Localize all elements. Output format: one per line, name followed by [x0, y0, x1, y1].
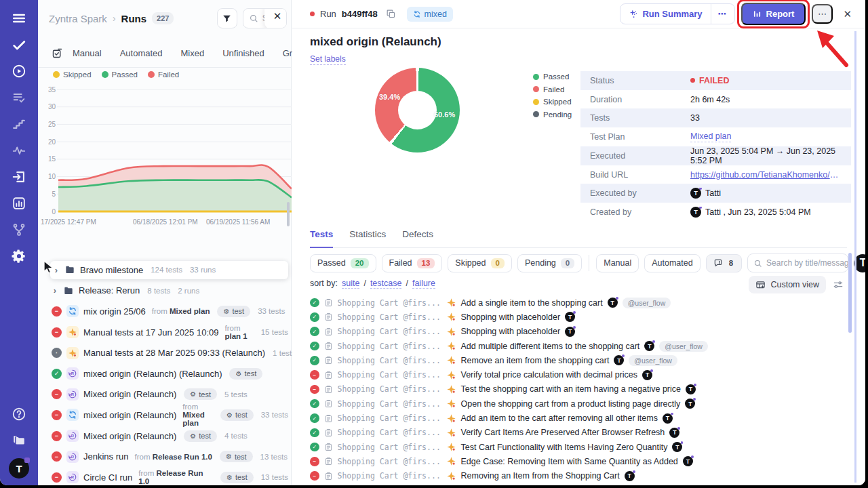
tab-defects[interactable]: Defects [402, 229, 433, 247]
detail-value: TTatti , Jun 23, 2025 5:04 PM [690, 207, 842, 218]
test-title: Add an item to the cart after removing a… [461, 413, 658, 423]
runs-tab-unfinished[interactable]: Unfinished [222, 48, 264, 58]
sidebar-item-signin[interactable] [10, 168, 28, 186]
sidebar-item-gear[interactable] [10, 247, 28, 265]
run-row[interactable]: −RJenkins runfrom Release Run 1.0⚙test13… [52, 446, 288, 467]
test-row[interactable]: ✓Shopping Cart @firs...Test Cart Functio… [310, 440, 853, 454]
sidebar-item-steps[interactable] [10, 115, 28, 133]
custom-view-button[interactable]: Custom view [749, 276, 826, 293]
test-row[interactable]: ✓Shopping Cart @firs...Add a single item… [310, 296, 853, 310]
filter-chip-passed[interactable]: Passed20 [310, 254, 376, 272]
build-url-link[interactable]: https://github.com/TetianaKhomenko/Load-… [690, 170, 842, 180]
filter-chip-skipped[interactable]: Skipped0 [448, 254, 512, 272]
select-runs-icon[interactable] [52, 47, 63, 59]
test-suite-path: Shopping Cart @firs... [338, 384, 441, 394]
close-panel-button[interactable]: ✕ [264, 8, 287, 28]
test-row[interactable]: −Shopping Cart @firs...Test the shopping… [310, 382, 853, 396]
donut-failed-label: 39.4% [379, 93, 400, 101]
legend-label: Passed [112, 70, 138, 79]
test-row[interactable]: ✓Shopping Cart @firs...Add an item to th… [310, 411, 853, 425]
sliders-icon[interactable] [833, 279, 844, 290]
sort-by-suite[interactable]: suite [342, 279, 359, 289]
test-row[interactable]: ✓Shopping Cart @firs...Shopping with pla… [310, 310, 853, 324]
gear-icon: ⚙ [226, 453, 232, 460]
run-type-badge: mixed [407, 7, 453, 22]
report-button[interactable]: Report [741, 3, 806, 25]
run-group-name: Bravo milestone [80, 265, 143, 275]
runs-search-input[interactable]: Search [Cmd + K] ✕ [243, 8, 287, 28]
run-summary-button[interactable]: Run Summary [620, 4, 710, 24]
run-meta: 124 tests [151, 266, 182, 274]
status-failed-icon: − [310, 457, 319, 466]
run-summary-more-button[interactable]: ⋯ [711, 4, 734, 24]
sidebar-item-menu[interactable] [10, 9, 28, 27]
run-group-row[interactable]: ›Bravo milestone124 tests33 runs [50, 261, 288, 279]
run-row[interactable]: −RMixed origin (Relaunch)⚙test4 tests [52, 426, 288, 447]
run-row[interactable]: −RMixed origin (Relaunch)⚙test5 tests [52, 384, 288, 405]
chart-legend: SkippedPassedFailed [53, 70, 179, 79]
filter-chip-failed[interactable]: Failed13 [382, 254, 443, 272]
runs-tab-mixed[interactable]: Mixed [181, 48, 205, 58]
bar-chart-icon [12, 196, 26, 211]
runs-tab-manual[interactable]: Manual [73, 48, 102, 58]
tab-statistics[interactable]: Statistics [349, 229, 386, 247]
sort-by-testcase[interactable]: testcase [370, 279, 402, 289]
more-actions-button[interactable]: ⋯ [812, 4, 833, 24]
sidebar-item-branch[interactable] [10, 221, 28, 239]
set-labels-link[interactable]: Set labels [310, 54, 346, 65]
test-row[interactable]: ✓Shopping Cart @firs...Verify Cart Items… [310, 426, 853, 440]
test-plan-link[interactable]: Mixed plan [690, 131, 731, 142]
test-suite-path: Shopping Cart @firs... [338, 370, 441, 380]
test-suite-path: Shopping Cart @firs... [338, 399, 441, 409]
sort-bar: sort by: suite/testcase/failure [310, 279, 435, 289]
test-row[interactable]: ✓Shopping Cart @firs...Shopping with pla… [310, 325, 853, 339]
tests-search-input[interactable]: Search by title/message [747, 253, 848, 272]
test-row[interactable]: ✓Shopping Cart @firs...Add multiple diff… [310, 339, 853, 353]
sidebar-item-pulse[interactable] [10, 142, 28, 159]
breadcrumb-section[interactable]: Runs [121, 13, 147, 24]
filter-chip-manual[interactable]: Manual [596, 254, 639, 272]
filter-chip-comment[interactable]: 8 [706, 254, 742, 272]
filter-chip-pending[interactable]: Pending0 [517, 254, 582, 272]
copy-icon[interactable] [386, 9, 396, 19]
x-tick-label: 06/19/2025 11:56 AM [206, 218, 270, 226]
sidebar-item-folders[interactable] [10, 432, 28, 449]
manual-test-icon [446, 456, 456, 466]
detail-value: Mixed plan [690, 131, 842, 142]
run-row[interactable]: −mix origin 25/06from Mixed plan⚙test33 … [52, 301, 288, 322]
filter-chip-label: Skipped [455, 258, 486, 268]
sidebar-item-play-circle[interactable] [10, 62, 28, 80]
sidebar-item-list-check[interactable] [10, 89, 28, 106]
runs-area-chart: 05101520253035 [38, 83, 292, 218]
sidebar-item-check[interactable] [10, 36, 28, 54]
right-scrollbar-thumb[interactable] [848, 253, 852, 333]
chevron-right-icon[interactable]: › [52, 285, 58, 296]
run-group-row[interactable]: ›Release: Rerun8 tests2 runs [52, 281, 288, 302]
run-row[interactable]: ·Manual tests at 28 Mar 2025 09:33 (Rela… [52, 342, 288, 363]
user-avatar[interactable]: T [9, 458, 29, 479]
run-row[interactable]: −RCircle CI runfrom Release Run 1.0⚙test… [52, 467, 288, 485]
close-detail-button[interactable]: ✕ [839, 5, 856, 23]
test-row[interactable]: ✓Shopping Cart @firs...Open the shopping… [310, 396, 853, 411]
left-scrollbar-thumb[interactable] [287, 202, 290, 226]
donut-legend-dot [533, 86, 539, 92]
right-scrollbar-track[interactable] [854, 31, 856, 483]
run-row[interactable]: ✓Rmixed origin (Relaunch) (Relaunch)⚙tes… [52, 363, 288, 384]
test-suite-path: Shopping Cart @firs... [338, 413, 441, 423]
sidebar-item-help[interactable] [10, 405, 28, 423]
test-row[interactable]: −Shopping Cart @firs...Edge Case: Removi… [310, 454, 853, 468]
detail-label: Status [590, 76, 690, 85]
filter-button[interactable] [217, 8, 237, 28]
test-row[interactable]: ✓Shopping Cart @firs...Remove an item fr… [310, 353, 853, 367]
run-row[interactable]: −mixed origin (Relaunch)from Mixed plan⚙… [52, 405, 288, 426]
test-row[interactable]: −Shopping Cart @firs...Verify total pric… [310, 367, 853, 382]
runs-tab-automated[interactable]: Automated [120, 48, 163, 58]
tab-tests[interactable]: Tests [310, 229, 333, 248]
breadcrumb-project[interactable]: Zyntra Spark [49, 13, 107, 24]
sidebar-item-bar-chart[interactable] [10, 195, 28, 212]
run-meta: 5 tests [224, 390, 248, 399]
sort-by-failure[interactable]: failure [412, 279, 435, 289]
filter-chip-automated[interactable]: Automated [644, 254, 700, 272]
run-row[interactable]: −Manual tests at 17 Jun 2025 10:09from p… [52, 322, 288, 343]
test-row[interactable]: −Shopping Cart @firs...Removing an Item … [310, 469, 853, 483]
